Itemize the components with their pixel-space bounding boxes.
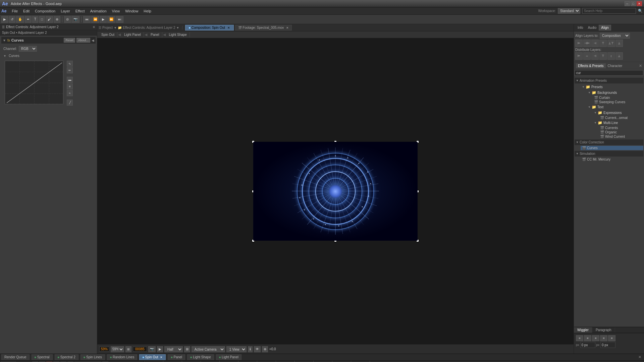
animation-presets-section[interactable]: ▼ Animation Presets (575, 78, 643, 83)
align-bottom[interactable]: ⊥ (615, 40, 623, 47)
ep-tab-character[interactable]: Character (606, 63, 625, 68)
expressions-folder[interactable]: ▼ 📁 Expressions (593, 110, 643, 116)
tl-tab-lightpanel[interactable]: ■ Light Panel (216, 354, 241, 360)
comp-tab-spinout-close[interactable]: ✕ (227, 26, 230, 29)
maximize-btn[interactable]: □ (631, 1, 636, 6)
curve-tool-wave[interactable]: ≈ (67, 90, 73, 96)
dist-center-h[interactable]: ↔ (583, 52, 591, 60)
tl-close-btn[interactable]: ✕ (637, 355, 643, 359)
ep-tab-effects[interactable]: Effects & Presets (576, 63, 606, 68)
comp-nav-spinout[interactable]: Spin Out (99, 32, 117, 37)
tl-tab-panel[interactable]: ■ Panel (168, 354, 185, 360)
toolbar-rotate[interactable]: ↺ (9, 16, 15, 23)
channel-select[interactable]: RGBRedGreenBlue (19, 46, 37, 52)
txt-align-left[interactable]: ≡ (576, 335, 583, 341)
tab-align[interactable]: Align (599, 25, 611, 31)
curve-tool-smooth[interactable]: ∿ (67, 61, 73, 67)
file-wind-current[interactable]: 🎬 Wind Current (599, 134, 643, 139)
align-left[interactable]: ⊢ (575, 40, 583, 47)
workspace-select[interactable]: Standard (558, 8, 580, 14)
comp-snap-btn[interactable]: 📷 (148, 346, 156, 352)
file-sweeping-curves[interactable]: 🎬 Sweeping Curves (593, 100, 643, 104)
resolution-btn[interactable]: ⊞ (125, 346, 131, 352)
quality-select[interactable]: Half (164, 346, 183, 352)
tl-tab-render[interactable]: Render Queue (1, 354, 30, 360)
curve-tool-pencil[interactable]: ✏ (67, 67, 73, 73)
comp-preview-btn[interactable]: 👁 (254, 346, 261, 352)
comp-ram-btn[interactable]: ▶ (157, 346, 163, 352)
tl-tab-randomlines[interactable]: ■ Random Lines (107, 354, 138, 360)
comp-nav-panel[interactable]: Panel (148, 32, 162, 37)
camera-select[interactable]: Active Camera (192, 346, 225, 352)
minimize-btn[interactable]: ─ (625, 1, 630, 6)
align-center-v[interactable]: ⊥⊤ (607, 40, 615, 47)
about-btn[interactable]: About... (76, 38, 90, 43)
file-organic[interactable]: 🎬 Organic (599, 130, 643, 134)
file-curtain[interactable]: 🎬 Curtain (593, 96, 643, 100)
reset-btn[interactable]: Reset (64, 38, 75, 43)
view-select[interactable]: 1 View (226, 346, 247, 352)
menu-effect[interactable]: Effect (73, 8, 88, 14)
toolbar-camera[interactable]: 📷 (71, 16, 79, 23)
menu-help[interactable]: Help (141, 8, 154, 14)
dist-left[interactable]: ⊢ (575, 52, 583, 60)
presets-folder-item[interactable]: ▼ 📁 Presets (581, 84, 643, 90)
tl-tab-spectral2[interactable]: ■ Spectral 2 (55, 354, 78, 360)
menu-edit[interactable]: Edit (20, 8, 32, 14)
menu-view[interactable]: View (109, 8, 123, 14)
zoom-select[interactable]: 59% (111, 346, 124, 352)
menu-window[interactable]: Window (122, 8, 141, 14)
file-curves[interactable]: 🎬 Curves (581, 146, 643, 150)
tl-tab-spinout-close[interactable]: ✕ (160, 356, 163, 359)
search-help-input[interactable] (582, 8, 636, 14)
close-btn[interactable]: ✕ (637, 1, 642, 6)
curves-graph[interactable] (5, 61, 63, 104)
align-center-h[interactable]: ⊣⊢ (583, 40, 591, 47)
file-current-format[interactable]: 🎬 Current...ormat (599, 116, 643, 120)
menu-composition[interactable]: Composition (32, 8, 58, 14)
toolbar-clone[interactable]: ⊕ (54, 16, 60, 23)
px-input-1[interactable] (580, 342, 595, 348)
rb-tab-wiggler[interactable]: Wiggler (574, 327, 592, 333)
dist-top[interactable]: ⊤ (599, 52, 607, 60)
comp-tab-spinout[interactable]: ■ Composition: Spin Out ✕ (185, 25, 234, 31)
color-correction-section[interactable]: ▼ Color Correction (575, 139, 643, 145)
align-right[interactable]: ⊣ (591, 40, 599, 47)
dist-bottom[interactable]: ⊥ (615, 52, 623, 60)
px-input-2[interactable] (600, 342, 615, 348)
footage-tab-close[interactable]: ✕ (286, 26, 289, 29)
toolbar-null[interactable]: ⊘ (64, 16, 71, 23)
comp-info-btn[interactable]: ℹ (248, 346, 253, 352)
txt-align-right[interactable]: ≡ (592, 335, 599, 341)
toolbar-playback-play[interactable]: ▶ (100, 16, 107, 23)
ep-close[interactable]: ✕ (639, 64, 642, 68)
toolbar-text[interactable]: T (32, 16, 38, 23)
menu-animation[interactable]: Animation (88, 8, 109, 14)
toolbar-paint[interactable]: 🖌 (46, 16, 53, 23)
file-currents[interactable]: 🎬 Currents (599, 126, 643, 130)
toolbar-select[interactable]: ▶ (1, 16, 8, 23)
text-folder[interactable]: ▼ 📁 Text (587, 104, 643, 110)
curve-tool-line[interactable]: ╱ (67, 100, 73, 106)
toolbar-move[interactable]: ✋ (16, 16, 24, 23)
comp-nav-lightpanel[interactable]: Light Panel (121, 32, 144, 37)
menu-layer[interactable]: Layer (58, 8, 73, 14)
tl-tab-spectral[interactable]: ■ Spectral (32, 354, 53, 360)
backgrounds-folder[interactable]: ▼ 📁 Backgrounds (587, 90, 643, 96)
dist-center-v[interactable]: ↕ (607, 52, 615, 60)
align-top[interactable]: ⊤ (599, 40, 607, 47)
rb-tab-paragraph[interactable]: Paragraph (592, 327, 615, 333)
toolbar-playback-prev[interactable]: ⏪ (91, 16, 99, 23)
tl-tab-spinlines[interactable]: ■ Spin Lines (80, 354, 105, 360)
project-dropdown[interactable]: ▼ (114, 26, 117, 29)
txt-align-full[interactable]: ≡ (608, 335, 615, 341)
tab-audio[interactable]: Audio (586, 25, 599, 31)
txt-align-justify[interactable]: ≡ (600, 335, 607, 341)
curve-tool-bar1[interactable]: ▬ (67, 77, 73, 83)
toolbar-playback-next[interactable]: ⏩ (107, 16, 115, 23)
tl-tab-lightshape[interactable]: ■ Light Shape (187, 354, 214, 360)
footage-tab[interactable]: 🎬 Footage: Spectral_005.mov ✕ (235, 25, 292, 31)
dist-right[interactable]: ⊣ (591, 52, 599, 60)
timeline-ruler[interactable]: X000 00025 00050 00075 00100 00125 00150… (144, 361, 644, 362)
search-icon[interactable]: 🔍 (638, 9, 643, 13)
